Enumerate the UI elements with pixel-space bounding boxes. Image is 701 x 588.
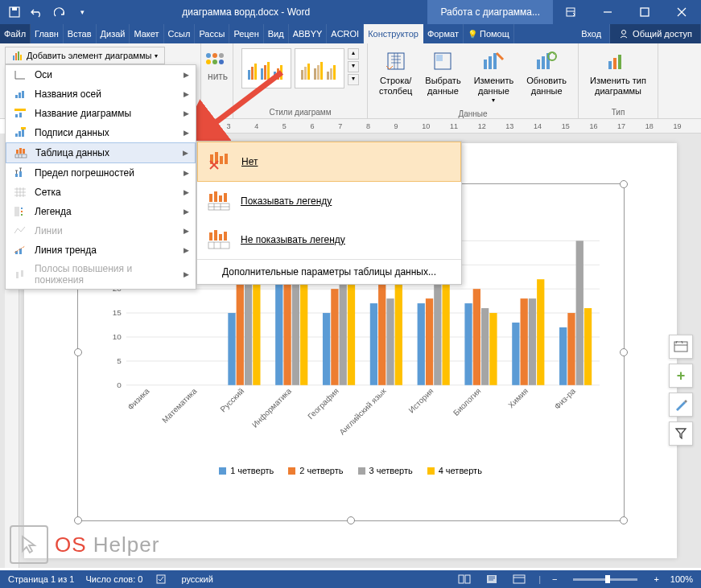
svg-rect-145 [513,575,525,583]
submenu-hide-legend[interactable]: Не показывать легенду [197,220,461,259]
svg-text:Русский: Русский [218,386,245,413]
tab-file[interactable]: Файл [0,24,31,43]
resize-handle[interactable] [620,180,628,188]
menu-lines: Линии▶ [6,221,196,241]
svg-text:География: География [306,386,340,421]
resize-handle[interactable] [620,516,628,524]
tab-abbyy[interactable]: ABBYY [289,24,328,43]
resize-handle[interactable] [347,516,355,524]
svg-rect-50 [19,131,21,137]
tab-home[interactable]: Главн [31,24,64,43]
menu-axis-titles[interactable]: Названия осей▶ [6,84,196,104]
statusbar: Страница 1 из 1 Число слов: 0 русский | … [0,570,701,588]
svg-text:Физика: Физика [126,386,151,412]
change-colors-button[interactable] [206,50,227,68]
spellcheck-icon[interactable] [154,573,170,586]
language-status[interactable]: русский [181,574,212,584]
svg-rect-11 [20,55,22,60]
tab-acrobat[interactable]: ACROI [327,24,364,43]
tab-insert[interactable]: Встав [64,24,97,43]
tab-layout[interactable]: Макет [130,24,163,43]
tab-constructor[interactable]: Конструктор [364,24,423,43]
svg-rect-37 [542,56,545,69]
change-chart-type-button[interactable]: Изменить тип диаграммы [583,45,653,100]
svg-rect-62 [21,214,23,216]
zoom-slider[interactable] [573,578,637,581]
svg-rect-123 [442,274,449,385]
svg-rect-112 [339,279,346,385]
redo-icon[interactable] [50,2,69,22]
submenu-none[interactable]: Нет [197,142,461,182]
menu-data-table[interactable]: Таблица данных▶ [6,142,196,163]
svg-rect-122 [434,274,441,385]
menu-gridlines[interactable]: Сетка▶ [6,183,196,202]
chart-style-1[interactable] [241,48,291,88]
close-icon[interactable] [664,0,699,24]
read-mode-icon[interactable] [456,573,472,586]
tab-help[interactable]: Помощ [464,24,514,43]
styles-down-icon[interactable]: ▾ [348,61,359,72]
svg-rect-132 [528,298,535,385]
svg-rect-144 [487,575,497,583]
web-layout-icon[interactable] [511,573,527,586]
menu-error-bars[interactable]: Предел погрешностей▶ [6,163,196,183]
svg-rect-75 [219,195,222,202]
svg-rect-1 [12,7,17,10]
svg-rect-35 [493,53,497,69]
tab-review[interactable]: Рецен [229,24,263,43]
svg-rect-142 [459,575,464,583]
data-group: Строка/ столбец Выбрать данные Изменить … [368,43,579,118]
zoom-level[interactable]: 100% [670,574,693,584]
tab-share[interactable]: Общий доступ [610,24,701,43]
tab-design[interactable]: Дизай [97,24,130,43]
resize-handle[interactable] [74,516,82,524]
svg-rect-100 [228,313,235,385]
quick-layout-label: нить [208,71,228,82]
zoom-out-icon[interactable]: − [552,574,557,584]
add-chart-element-button[interactable]: Добавить элемент диаграммы ▾ [5,47,165,64]
maximize-icon[interactable] [627,0,662,24]
menu-data-labels[interactable]: Подписи данных▶ [6,123,196,142]
switch-row-column-button[interactable]: Строка/ столбец [373,45,419,108]
submenu-more-options[interactable]: Дополнительные параметры таблицы данных.… [197,259,461,284]
tab-format[interactable]: Формат [423,24,464,43]
undo-icon[interactable] [27,2,47,22]
print-layout-icon[interactable] [484,573,500,586]
svg-rect-19 [277,68,279,80]
layout-options-icon[interactable] [669,335,693,359]
tab-view[interactable]: Вид [264,24,289,43]
resize-handle[interactable] [620,348,628,356]
tab-login[interactable]: Вход [573,24,610,43]
menu-chart-title[interactable]: Название диаграммы▶ [6,104,196,123]
chart-styles-icon[interactable] [669,393,693,417]
chart-filters-icon[interactable] [669,421,693,446]
zoom-in-icon[interactable]: + [654,574,658,584]
titlebar: ▾ диаграмма ворд.docx - Word Работа с ди… [0,0,701,24]
save-icon[interactable] [5,2,24,22]
chart-style-2[interactable] [295,48,344,88]
ribbon-options-icon[interactable] [553,0,588,24]
word-count[interactable]: Число слов: 0 [85,574,142,584]
svg-rect-59 [14,207,19,216]
styles-more-icon[interactable]: ▾ [348,74,359,85]
minimize-icon[interactable] [590,0,625,24]
submenu-show-legend[interactable]: Показывать легенду [197,182,461,220]
chart-elements-icon[interactable]: + [669,364,693,388]
styles-up-icon[interactable]: ▴ [348,48,359,60]
watermark: OS Helper [10,525,159,564]
svg-rect-49 [15,134,18,137]
tab-references[interactable]: Ссыл [164,24,196,43]
tab-mailings[interactable]: Рассы [195,24,229,43]
cursor-icon [10,525,48,564]
page-status[interactable]: Страница 1 из 1 [8,574,74,584]
qat-more-icon[interactable]: ▾ [72,2,92,22]
refresh-data-button[interactable]: Обновить данные [520,45,573,108]
menu-trendline[interactable]: Линия тренда▶ [6,241,196,260]
edit-data-button[interactable]: Изменить данные▾ [468,45,521,108]
chart-legend[interactable]: 1 четверть 2 четверть 3 четверть 4 четве… [94,466,608,475]
resize-handle[interactable] [74,348,82,356]
menu-legend[interactable]: Легенда▶ [6,202,196,221]
menu-axes[interactable]: Оси▶ [6,65,196,84]
svg-rect-126 [472,289,480,385]
select-data-button[interactable]: Выбрать данные [419,45,467,108]
